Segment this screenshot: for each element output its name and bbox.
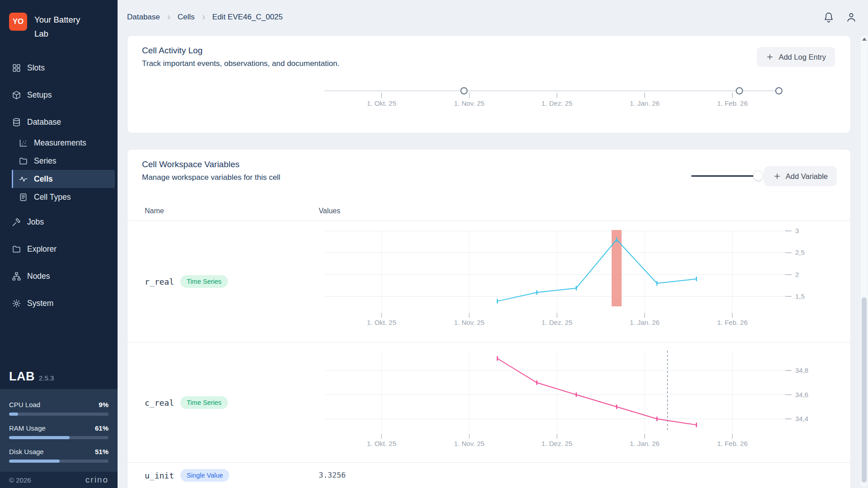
slider-track [691, 175, 755, 177]
plus-icon [773, 172, 781, 180]
folder-icon [12, 244, 21, 254]
activity-card-title: Cell Activity Log [142, 46, 203, 56]
stat-label: RAM Usage [9, 424, 46, 432]
sidebar-item-label: Setups [27, 90, 52, 100]
svg-text:1. Dez. 25: 1. Dez. 25 [542, 440, 572, 447]
table-divider [127, 342, 850, 343]
svg-text:1. Nov. 25: 1. Nov. 25 [454, 440, 484, 447]
sidebar-item-label: Cells [34, 174, 53, 184]
sidebar-item-label: Measurements [34, 138, 86, 148]
sidebar-item-system[interactable]: System [0, 294, 115, 312]
sidebar-item-nodes[interactable]: Nodes [0, 267, 115, 285]
sidebar-item-setups[interactable]: Setups [0, 86, 115, 104]
sidebar-footer: © 2026 crino [0, 472, 118, 488]
svg-text:1,5: 1,5 [795, 292, 805, 300]
database-icon [12, 117, 21, 127]
sidebar-nav: SlotsSetupsDatabaseMeasurementsSeriesCel… [0, 59, 118, 312]
c-real-chart[interactable]: 1. Okt. 251. Nov. 251. Dez. 251. Jan. 26… [317, 346, 851, 455]
slider-knob[interactable] [753, 171, 763, 181]
svg-text:1. Okt. 25: 1. Okt. 25 [367, 99, 396, 107]
app-logo[interactable]: YO [9, 13, 27, 31]
svg-text:34,6: 34,6 [795, 391, 808, 399]
scatter-chart-icon [19, 138, 28, 148]
stat-value: 9% [99, 401, 108, 408]
svg-text:1. Jan. 26: 1. Jan. 26 [630, 440, 660, 447]
svg-text:2: 2 [795, 271, 799, 278]
sidebar-item-database[interactable]: Database [0, 113, 115, 131]
variable-name: u_init [145, 471, 174, 480]
sidebar-item-label: Nodes [27, 272, 50, 281]
bell-icon[interactable] [823, 11, 835, 23]
svg-text:1. Okt. 25: 1. Okt. 25 [367, 440, 396, 447]
svg-text:1. Nov. 25: 1. Nov. 25 [454, 99, 484, 107]
sidebar-item-explorer[interactable]: Explorer [0, 240, 115, 258]
column-header-name: Name [145, 207, 164, 215]
table-row-r-real: r_real Time Series [145, 275, 228, 288]
add-variable-label: Add Variable [786, 172, 828, 181]
sidebar-item-label: Series [34, 156, 57, 166]
table-row-u-init: u_init Single Value [145, 469, 229, 482]
sidebar-item-label: Cell Types [34, 192, 71, 202]
activity-timeline-chart[interactable]: 1. Okt. 251. Nov. 251. Dez. 251. Jan. 26… [317, 68, 851, 118]
variable-type-badge: Single Value [180, 469, 229, 482]
breadcrumb-database[interactable]: Database [127, 13, 160, 22]
sidebar-item-slots[interactable]: Slots [0, 59, 115, 77]
add-variable-button[interactable]: Add Variable [764, 166, 837, 186]
variables-slider[interactable] [691, 171, 759, 181]
svg-text:34,8: 34,8 [795, 366, 808, 374]
breadcrumb-current-page: Edit EVE46_C_0025 [212, 13, 283, 22]
add-log-entry-label: Add Log Entry [778, 53, 826, 61]
chevron-right-icon [165, 14, 172, 21]
svg-text:1. Jan. 26: 1. Jan. 26 [630, 319, 660, 326]
sidebar-item-cells[interactable]: Cells [12, 170, 115, 188]
svg-text:34,4: 34,4 [795, 415, 808, 422]
stat-ram-usage: RAM Usage61% [9, 424, 108, 439]
main-area: Database Cells Edit EVE46_C_0025 Cell Ac… [118, 0, 868, 488]
cell-workspace-variables-card: Cell Workspace Variables Manage workspac… [127, 149, 851, 488]
sidebar-item-label: System [27, 299, 53, 308]
stat-value: 51% [95, 448, 108, 455]
app-version: LAB 2.5.3 [9, 370, 54, 384]
scrollbar[interactable] [861, 35, 868, 487]
svg-text:1. Feb. 26: 1. Feb. 26 [717, 319, 748, 326]
variable-name: r_real [145, 277, 174, 286]
chevron-right-icon [200, 14, 207, 21]
sidebar-item-measurements[interactable]: Measurements [0, 134, 115, 152]
sidebar: YO Your Battery Lab SlotsSetupsDatabaseM… [0, 0, 118, 488]
stat-progress-bar [9, 436, 108, 439]
sidebar-item-cell-types[interactable]: Cell Types [0, 188, 115, 206]
table-row-c-real: c_real Time Series [145, 396, 228, 409]
top-bar: Database Cells Edit EVE46_C_0025 [127, 0, 857, 34]
variable-value: 3.3256 [319, 471, 346, 479]
scroll-up-icon[interactable] [862, 38, 867, 41]
stat-cpu-load: CPU Load9% [9, 401, 108, 416]
user-icon[interactable] [845, 11, 857, 23]
variables-card-title: Cell Workspace Variables [142, 160, 240, 169]
cell-activity-log-card: Cell Activity Log Track important events… [127, 35, 851, 133]
svg-text:1. Jan. 26: 1. Jan. 26 [630, 99, 660, 107]
breadcrumb-cells[interactable]: Cells [178, 13, 195, 22]
r-real-chart[interactable]: 1. Okt. 251. Nov. 251. Dez. 251. Jan. 26… [317, 226, 851, 335]
sidebar-item-series[interactable]: Series [0, 152, 115, 170]
table-divider [127, 462, 850, 463]
stat-disk-usage: Disk Usage51% [9, 448, 108, 463]
add-log-entry-button[interactable]: Add Log Entry [757, 47, 835, 67]
svg-text:1. Nov. 25: 1. Nov. 25 [454, 319, 484, 326]
sidebar-item-jobs[interactable]: Jobs [0, 213, 115, 231]
stat-value: 61% [95, 424, 108, 432]
svg-text:3: 3 [795, 227, 799, 235]
stat-label: CPU Load [9, 401, 40, 408]
svg-text:1. Feb. 26: 1. Feb. 26 [717, 99, 748, 107]
version-number: 2.5.3 [39, 374, 54, 382]
svg-text:1. Okt. 25: 1. Okt. 25 [367, 319, 396, 326]
stat-label: Disk Usage [9, 448, 44, 455]
network-icon [12, 272, 21, 281]
sidebar-item-label: Slots [27, 63, 45, 73]
folder-icon [19, 156, 28, 166]
app-title-line2: Lab [34, 27, 80, 41]
sidebar-item-label: Database [27, 117, 61, 127]
variable-type-badge: Time Series [180, 275, 228, 288]
variable-type-badge: Time Series [180, 396, 228, 409]
scrollbar-thumb[interactable] [862, 297, 867, 483]
svg-text:1. Feb. 26: 1. Feb. 26 [717, 440, 748, 447]
